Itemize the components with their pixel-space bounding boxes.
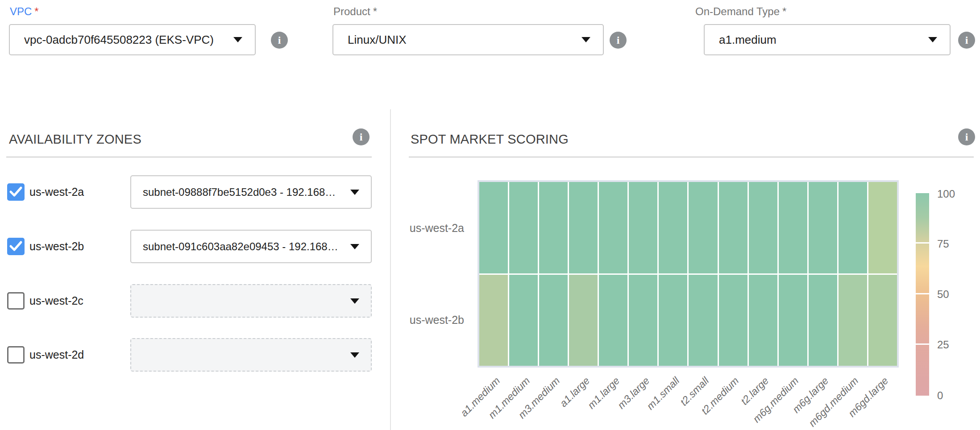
product-label: Product*	[333, 5, 377, 18]
heatmap-cell-us-west-2a-m3.large[interactable]	[629, 182, 657, 273]
heatmap-colorbar	[916, 193, 929, 396]
vpc-label-text: VPC	[10, 5, 32, 17]
heatmap-cell-us-west-2b-m1.medium[interactable]	[509, 275, 538, 366]
heatmap-cell-us-west-2b-m3.medium[interactable]	[539, 275, 568, 366]
heatmap-cell-us-west-2b-a1.large[interactable]	[569, 275, 598, 366]
az-zone-label: us-west-2d	[29, 338, 84, 372]
product-info-icon[interactable]: i	[610, 32, 627, 49]
heatmap-cell-us-west-2b-m6g.medium[interactable]	[779, 275, 807, 366]
heatmap-cell-us-west-2a-m6g.large[interactable]	[809, 182, 837, 273]
colorbar-tick-0: 0	[937, 389, 943, 402]
heatmap-cell-us-west-2a-a1.medium[interactable]	[479, 182, 508, 273]
on-demand-type-label-text: On-Demand Type	[695, 5, 780, 17]
heatmap-cell-us-west-2a-m1.small[interactable]	[659, 182, 687, 273]
heatmap-row-label-us-west-2a: us-west-2a	[393, 222, 464, 235]
chevron-down-icon	[350, 244, 359, 249]
vpc-label: VPC*	[10, 5, 39, 18]
az-row-us-west-2b: us-west-2b subnet-091c603aa82e09453 - 19…	[0, 230, 390, 263]
az-subnet-select-us-west-2b[interactable]: subnet-091c603aa82e09453 - 192.168…	[130, 230, 372, 263]
heatmap-cell-us-west-2b-t2.medium[interactable]	[719, 275, 747, 366]
heatmap-cell-us-west-2b-m3.large[interactable]	[629, 275, 657, 366]
chevron-down-icon	[928, 37, 937, 42]
chevron-down-icon	[233, 37, 242, 42]
colorbar-tick-line	[916, 343, 929, 345]
chevron-down-icon	[350, 352, 359, 358]
on-demand-type-label: On-Demand Type*	[695, 5, 786, 18]
az-subnet-select-us-west-2d[interactable]	[130, 338, 372, 372]
on-demand-type-select-value: a1.medium	[719, 33, 777, 47]
az-zone-label: us-west-2c	[29, 284, 83, 318]
colorbar-tick-75: 75	[937, 238, 949, 250]
heatmap-cell-us-west-2a-m6gd.large[interactable]	[868, 182, 897, 273]
az-row-us-west-2c: us-west-2c	[0, 284, 390, 318]
product-select[interactable]: Linux/UNIX	[332, 24, 604, 55]
az-row-us-west-2d: us-west-2d	[0, 338, 390, 372]
heatmap-grid	[479, 182, 897, 366]
vpc-select[interactable]: vpc-0adcb70f645508223 (EKS-VPC)	[9, 24, 256, 55]
chevron-down-icon	[350, 190, 359, 195]
spot-market-scoring-divider	[409, 157, 974, 157]
product-select-value: Linux/UNIX	[348, 33, 407, 47]
colorbar-tick-line	[916, 242, 929, 244]
availability-zones-divider	[6, 157, 372, 157]
heatmap-cell-us-west-2b-t2.small[interactable]	[689, 275, 717, 366]
heatmap-cell-us-west-2a-a1.large[interactable]	[569, 182, 598, 273]
colorbar-tick-100: 100	[937, 188, 955, 200]
vpc-select-value: vpc-0adcb70f645508223 (EKS-VPC)	[24, 33, 214, 47]
az-subnet-value: subnet-09888f7be5152d0e3 - 192.168…	[143, 186, 336, 198]
product-label-text: Product	[333, 5, 370, 17]
heatmap-cell-us-west-2b-m6gd.medium[interactable]	[839, 275, 867, 366]
heatmap-cell-us-west-2a-t2.large[interactable]	[749, 182, 777, 273]
chevron-down-icon	[581, 37, 590, 42]
heatmap-cell-us-west-2a-t2.medium[interactable]	[719, 182, 747, 273]
heatmap-cell-us-west-2a-m6gd.medium[interactable]	[839, 182, 867, 273]
heatmap-cell-us-west-2a-m3.medium[interactable]	[539, 182, 568, 273]
heatmap-row-label-us-west-2b: us-west-2b	[393, 314, 464, 327]
heatmap-cell-us-west-2a-m6g.medium[interactable]	[779, 182, 807, 273]
az-subnet-select-us-west-2a[interactable]: subnet-09888f7be5152d0e3 - 192.168…	[130, 175, 372, 209]
check-icon	[9, 186, 23, 198]
spot-market-scoring-info-icon[interactable]: i	[958, 128, 975, 145]
availability-zones-title: AVAILABILITY ZONES	[9, 132, 141, 147]
chevron-down-icon	[350, 298, 359, 304]
heatmap-cell-us-west-2b-m6g.large[interactable]	[809, 275, 837, 366]
spot-console-screen: VPC* vpc-0adcb70f645508223 (EKS-VPC) i P…	[0, 0, 980, 430]
heatmap-cell-us-west-2b-t2.large[interactable]	[749, 275, 777, 366]
on-demand-type-select[interactable]: a1.medium	[704, 24, 951, 55]
az-checkbox-us-west-2a[interactable]	[7, 183, 25, 201]
heatmap-cell-us-west-2a-t2.small[interactable]	[689, 182, 717, 273]
az-subnet-select-us-west-2c[interactable]	[130, 284, 372, 318]
az-zone-label: us-west-2b	[29, 230, 84, 263]
heatmap-x-axis: a1.mediumm1.mediumm3.mediuma1.largem1.la…	[479, 375, 897, 430]
az-zone-label: us-west-2a	[29, 175, 84, 209]
heatmap-cell-us-west-2b-m1.small[interactable]	[659, 275, 687, 366]
heatmap-cell-us-west-2b-m6gd.large[interactable]	[868, 275, 897, 366]
on-demand-type-info-icon[interactable]: i	[958, 32, 975, 49]
az-checkbox-us-west-2c[interactable]	[7, 292, 25, 310]
heatmap-cell-us-west-2a-m1.large[interactable]	[599, 182, 627, 273]
heatmap-cell-us-west-2b-a1.medium[interactable]	[479, 275, 508, 366]
vpc-info-icon[interactable]: i	[271, 32, 288, 49]
vpc-required-mark: *	[34, 5, 38, 17]
heatmap-plot-area	[478, 180, 899, 368]
colorbar-tick-25: 25	[937, 339, 949, 351]
heatmap-cell-us-west-2a-m1.medium[interactable]	[509, 182, 538, 273]
panel-divider	[390, 109, 391, 430]
colorbar-tick-line	[916, 293, 929, 294]
check-icon	[9, 240, 23, 253]
spot-market-scoring-title: SPOT MARKET SCORING	[411, 132, 569, 147]
on-demand-type-required-mark: *	[782, 5, 786, 17]
availability-zones-info-icon[interactable]: i	[353, 128, 370, 145]
az-subnet-value: subnet-091c603aa82e09453 - 192.168…	[143, 240, 338, 253]
az-checkbox-us-west-2d[interactable]	[7, 346, 25, 364]
az-checkbox-us-west-2b[interactable]	[7, 238, 25, 255]
heatmap-cell-us-west-2b-m1.large[interactable]	[599, 275, 627, 366]
colorbar-tick-50: 50	[937, 288, 949, 301]
az-row-us-west-2a: us-west-2a subnet-09888f7be5152d0e3 - 19…	[0, 175, 390, 209]
product-required-mark: *	[373, 5, 377, 17]
